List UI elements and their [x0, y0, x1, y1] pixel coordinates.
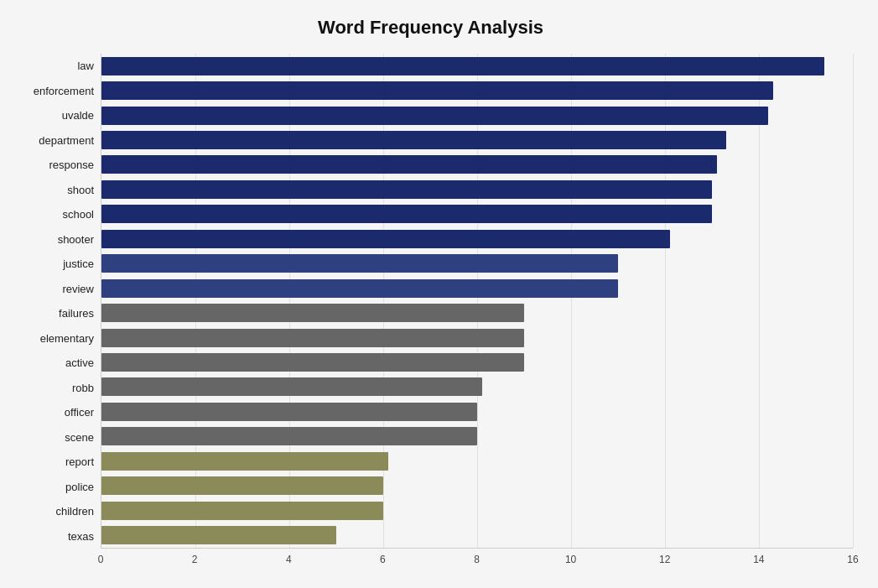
bar-row — [101, 129, 853, 151]
bar — [101, 155, 717, 174]
x-tick: 10 — [565, 554, 576, 565]
y-label: elementary — [40, 327, 94, 349]
bar — [101, 57, 824, 75]
x-tick: 2 — [192, 554, 198, 565]
y-label: active — [65, 352, 94, 374]
bar-row — [101, 500, 853, 522]
y-label: texas — [68, 525, 94, 547]
y-label: police — [65, 476, 94, 497]
bar-row — [101, 252, 853, 274]
bar — [101, 377, 482, 396]
bar — [101, 476, 383, 495]
bar — [101, 526, 336, 544]
bar — [101, 131, 726, 149]
y-label: school — [62, 204, 94, 226]
chart-title: Word Frequency Analysis — [8, 17, 853, 39]
bar — [101, 304, 524, 322]
bar — [101, 254, 618, 273]
grid-line — [759, 54, 760, 548]
y-label: shooter — [58, 228, 94, 250]
bar-row — [101, 401, 853, 423]
y-label: law — [77, 55, 94, 77]
bar-row — [101, 203, 853, 225]
bar-row — [101, 376, 853, 398]
bar-row — [101, 154, 853, 175]
bar — [101, 502, 383, 520]
bar — [101, 180, 712, 199]
bar-row — [101, 55, 853, 77]
y-label: response — [49, 154, 94, 176]
chart-container: Word Frequency Analysis lawenforcementuv… — [0, 0, 878, 588]
bar-row — [101, 351, 853, 373]
grid-line — [853, 54, 854, 548]
bar-row — [101, 179, 853, 200]
bar — [101, 279, 618, 298]
grid-line — [665, 54, 666, 548]
bar-row — [101, 228, 853, 250]
x-tick: 12 — [659, 554, 670, 565]
y-label: robb — [72, 377, 94, 398]
bar-row — [101, 425, 853, 447]
x-tick: 14 — [753, 554, 764, 565]
grid-line — [289, 54, 290, 548]
bars-area — [101, 54, 853, 549]
y-label: shoot — [67, 179, 94, 200]
x-tick: 16 — [847, 554, 858, 565]
y-label: department — [39, 129, 94, 151]
grid-line — [383, 54, 384, 548]
bar-row — [101, 327, 853, 349]
x-tick: 8 — [474, 554, 480, 565]
bar — [101, 427, 477, 445]
bar — [101, 81, 773, 100]
y-label: scene — [65, 426, 94, 448]
y-label: officer — [65, 402, 94, 424]
y-label: failures — [59, 303, 94, 325]
bar — [101, 452, 388, 471]
bar-row — [101, 278, 853, 299]
bar-row — [101, 524, 853, 546]
chart-area: lawenforcementuvaldedepartmentresponsesh… — [8, 54, 853, 549]
y-label: enforcement — [34, 80, 94, 101]
bar — [101, 353, 524, 372]
grid-line — [195, 54, 196, 548]
bar — [101, 230, 670, 248]
y-label: justice — [63, 253, 94, 275]
bar — [101, 403, 477, 421]
y-label: uvalde — [62, 105, 94, 127]
y-label: children — [55, 501, 94, 523]
bar — [101, 205, 712, 223]
bar-row — [101, 450, 853, 472]
bar — [101, 107, 768, 125]
bar-row — [101, 80, 853, 101]
grid-line — [477, 54, 478, 548]
bar-row — [101, 105, 853, 127]
x-tick: 0 — [98, 554, 104, 565]
x-tick: 6 — [380, 554, 386, 565]
bar — [101, 329, 524, 347]
y-axis: lawenforcementuvaldedepartmentresponsesh… — [8, 54, 101, 549]
grid-line — [571, 54, 572, 548]
x-tick: 4 — [286, 554, 292, 565]
bar-row — [101, 302, 853, 324]
y-label: report — [65, 451, 94, 473]
y-label: review — [62, 278, 94, 299]
bar-row — [101, 475, 853, 497]
